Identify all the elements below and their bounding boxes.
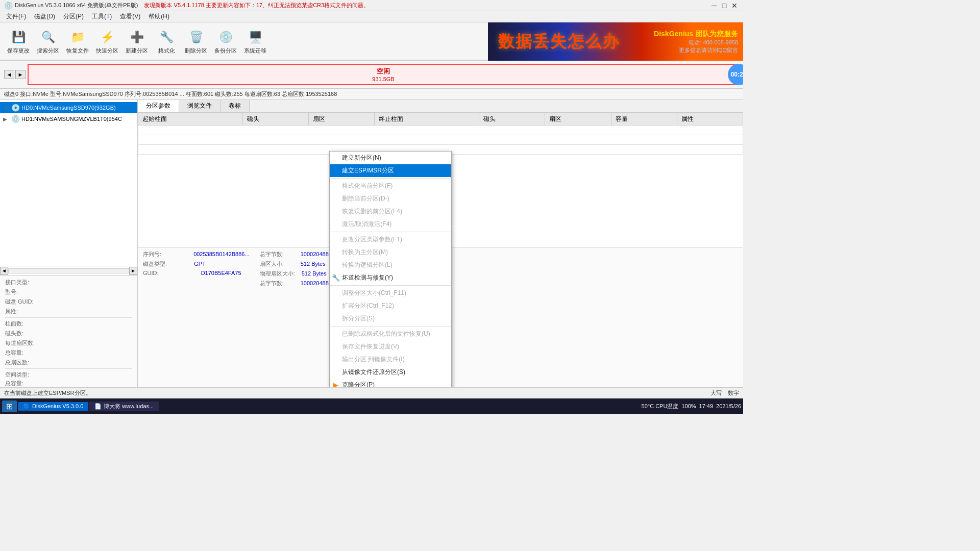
disk-label-hd0: HD0:NVMeSamsungSSD970(932GB)	[21, 105, 134, 111]
ctx-clone[interactable]: ▶ 克隆分区(P)	[330, 379, 451, 387]
maximize-button[interactable]: □	[720, 2, 729, 10]
start-button[interactable]: ⊞	[2, 400, 17, 412]
label-total-sec: 总扇区数:	[5, 359, 29, 365]
ctx-split[interactable]: 拆分分区(S)	[330, 312, 451, 325]
menu-partition[interactable]: 分区(P)	[59, 11, 88, 22]
disk-item-hd1[interactable]: ▶ 💿 HD1:NVMeSAMSUNGMZVLB1T0(954C	[0, 113, 137, 124]
taskbar-csdn[interactable]: 📄 博大将 www.ludas...	[89, 402, 159, 411]
info-left-attr: 属性:	[5, 308, 132, 315]
nav-forward[interactable]: ►	[15, 70, 26, 79]
th-end-cylinder: 终止柱面	[375, 113, 479, 126]
expander-hd1: ▶	[3, 116, 9, 122]
menu-tools[interactable]: 工具(T)	[88, 11, 116, 22]
th-start-cylinder: 起始柱面	[138, 113, 243, 126]
ctx-expand[interactable]: 扩容分区(Ctrl_F12)	[330, 299, 451, 312]
taskbar: ⊞ 🔵 DiskGenius V5.3.0.0 📄 博大将 www.ludas.…	[0, 398, 743, 414]
table-row[interactable]	[138, 135, 743, 145]
restore-button[interactable]: 📁 恢复文件	[63, 24, 92, 58]
disk-info-text: 磁盘0 接口:NVMe 型号:NVMeSamsungSSD970 序列号:002…	[4, 91, 337, 97]
val-disktype: GPT	[194, 261, 206, 267]
timer-badge: 00:22	[728, 64, 743, 85]
tab-browse-files[interactable]: 浏览文件	[179, 100, 220, 112]
search-button[interactable]: 🔍 搜索分区	[34, 24, 62, 58]
banner-brand: DiskGenius 团队为您服务 电话: 400-008-9958 更多信息请…	[630, 30, 743, 54]
th-head1: 磁头	[242, 113, 308, 126]
ctx-sep3	[330, 285, 451, 286]
ctx-set-primary[interactable]: 转换为主分区(M)	[330, 246, 451, 259]
disk-bar-size: 931.5GB	[372, 76, 394, 82]
label-total-cap: 总容量:	[5, 349, 23, 356]
ctx-toggle-active[interactable]: 激活/取消激活(F4)	[330, 218, 451, 231]
label-interface: 接口类型:	[5, 279, 29, 285]
quick-button[interactable]: ⚡ 快速分区	[93, 24, 121, 58]
close-button[interactable]: ✕	[730, 2, 739, 10]
ctx-recover-file[interactable]: 已删除或格式化后的文件恢复(U)	[330, 328, 451, 340]
battery: 100%	[681, 403, 696, 409]
scroll-left[interactable]: ◄	[0, 267, 8, 275]
delete-icon: 🗑️	[187, 28, 205, 46]
ctx-recover-del[interactable]: 恢复误删的前分区(F4)	[330, 205, 451, 218]
label-cylinders: 柱面数:	[5, 320, 23, 327]
ctx-modify-type[interactable]: 更改分区类型参数(F1)	[330, 233, 451, 246]
nav-arrows: ◄ ►	[4, 70, 26, 79]
backup-icon: 💿	[216, 28, 235, 46]
nav-back[interactable]: ◄	[4, 70, 14, 79]
minimize-button[interactable]: ─	[709, 2, 719, 10]
ctx-check-repair[interactable]: 🔧 坏道检测与修复(Y)	[330, 271, 451, 284]
th-capacity: 容量	[611, 113, 677, 126]
format-icon: 🔧	[157, 28, 176, 46]
th-attr: 属性	[677, 113, 743, 126]
table-row[interactable]	[138, 126, 743, 135]
new-button[interactable]: ➕ 新建分区	[122, 24, 151, 58]
ctx-resize[interactable]: 调整分区大小(Ctrl_F11)	[330, 287, 451, 299]
main-content: ▼ 💿 HD0:NVMeSamsungSSD970(932GB) ▶ 💿 HD1…	[0, 100, 743, 387]
context-menu: 建立新分区(N) 建立ESP/MSR分区 格式化当前分区(F) 删除当前分区(D…	[329, 151, 452, 387]
disk-item-hd0[interactable]: ▼ 💿 HD0:NVMeSamsungSSD970(932GB)	[0, 102, 137, 113]
format-label: 格式化	[158, 47, 175, 54]
th-head2: 磁头	[479, 113, 545, 126]
ctx-new-esp-msr[interactable]: 建立ESP/MSR分区	[330, 164, 451, 177]
partition-tabs: 分区参数 浏览文件 卷标	[138, 100, 743, 113]
menu-view[interactable]: 查看(V)	[116, 11, 144, 22]
delete-label: 删除分区	[185, 47, 207, 54]
info-right-col1: 序列号: 0025385B0142B886... 磁盘类型: GPT GUID:…	[143, 251, 250, 289]
backup-button[interactable]: 💿 备份分区	[211, 24, 240, 58]
scroll-right[interactable]: ►	[129, 267, 137, 275]
label-spt: 每道扇区数:	[5, 340, 35, 346]
val-serial: 0025385B0142B886...	[193, 251, 250, 257]
system-tray: 50°C CPU温度 100% 17:49 2021/5/26	[642, 403, 741, 410]
ctx-delete-cur[interactable]: 删除当前分区(D-)	[330, 192, 451, 205]
menu-file[interactable]: 文件(F)	[2, 11, 30, 22]
ctx-format-cur[interactable]: 格式化当前分区(F)	[330, 180, 451, 192]
info-left-space-type: 空间类型:	[5, 371, 132, 379]
expander-hd0: ▼	[3, 105, 9, 111]
menu-help[interactable]: 帮助(H)	[144, 11, 174, 22]
tab-partition-params[interactable]: 分区参数	[138, 100, 179, 112]
info-left-interface: 接口类型:	[5, 279, 132, 286]
ctx-save-to-img[interactable]: 输出分区 到镜像文件(I)	[330, 353, 451, 366]
save-button[interactable]: 💾 保存更改	[4, 24, 33, 58]
ctx-new-partition[interactable]: 建立新分区(N)	[330, 152, 451, 164]
format-button[interactable]: 🔧 格式化	[152, 24, 181, 58]
tab-volume-label[interactable]: 卷标	[220, 100, 250, 112]
scroll-track[interactable]	[8, 268, 129, 273]
search-label: 搜索分区	[37, 47, 59, 54]
ctx-sep4	[330, 326, 451, 327]
banner-chinese-text: 数据丢失怎么办	[488, 31, 620, 53]
quick-label: 快速分区	[96, 47, 118, 54]
menu-disk[interactable]: 磁盘(D)	[30, 11, 59, 22]
taskbar-diskgenius[interactable]: 🔵 DiskGenius V5.3.0.0	[18, 402, 88, 411]
ctx-quick-recover[interactable]: 保存文件恢复进度(V)	[330, 340, 451, 353]
title-bar-buttons: ─ □ ✕	[709, 2, 739, 10]
sysimg-label: 系统迁移	[244, 47, 266, 54]
sysimg-button[interactable]: 🖥️ 系统迁移	[241, 24, 270, 58]
info-disktype: 磁盘类型: GPT	[143, 260, 250, 268]
ctx-to-logical[interactable]: 转换为逻辑分区(L)	[330, 259, 451, 271]
ctx-from-img[interactable]: 从镜像文件还原分区(S)	[330, 366, 451, 379]
delete-button[interactable]: 🗑️ 删除分区	[182, 24, 210, 58]
status-text: 在当前磁盘上建立ESP/MSR分区。	[4, 389, 91, 397]
restore-label: 恢复文件	[66, 47, 89, 54]
window-title: DiskGenius V5.3.0.1066 x64 免费版(单文件PE版)	[15, 2, 138, 9]
taskbar-csdn-icon: 📄	[94, 403, 102, 410]
ctx-sep1	[330, 178, 451, 179]
